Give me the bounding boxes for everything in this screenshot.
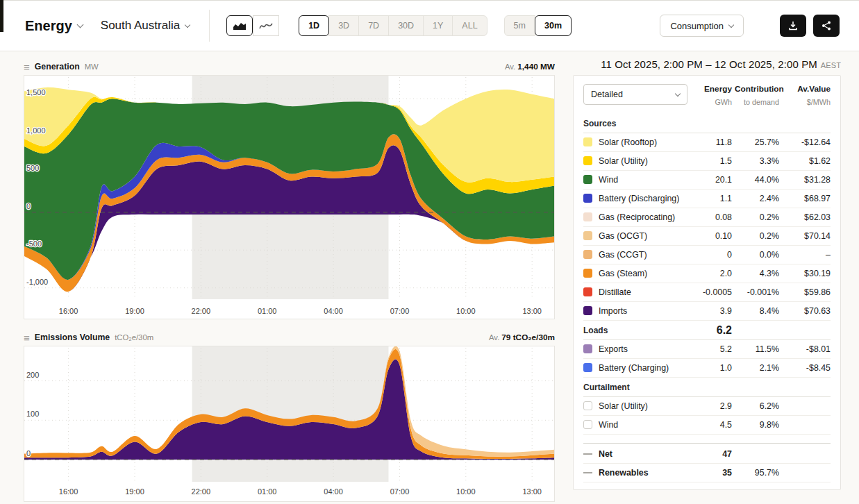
row-value: $70.14: [782, 231, 831, 241]
row-label: Net: [599, 449, 696, 459]
row-energy: -0.0005: [699, 287, 732, 297]
table-row[interactable]: Wind 4.5 9.8%: [583, 416, 831, 435]
detail-level-select[interactable]: Detailed: [583, 84, 687, 105]
range-button-30d[interactable]: 30D: [388, 15, 424, 36]
range-button-1d[interactable]: 1D: [299, 15, 329, 36]
table-row[interactable]: Wind 20.1 44.0% $31.28: [583, 171, 831, 190]
table-row[interactable]: Battery (Discharging) 1.1 2.4% $68.97: [583, 190, 831, 208]
emissions-section: ≡ Emissions Volume tCO₂e/30m Av.79 tCO₂e…: [24, 329, 555, 502]
divider: [209, 10, 210, 42]
chart-unit: MW: [85, 62, 99, 71]
chevron-down-icon: [76, 22, 83, 28]
row-contribution: 0.2%: [735, 212, 779, 222]
row-energy: 1.1: [699, 194, 732, 203]
legend-swatch[interactable]: [583, 269, 592, 278]
row-contribution: 4.3%: [735, 269, 779, 278]
table-row[interactable]: Imports 3.9 8.4% $70.63: [583, 302, 831, 321]
row-energy: 2.9: [699, 401, 732, 411]
generation-header: ≡ Generation MW Av.1,440 MW: [24, 58, 555, 75]
legend-swatch[interactable]: [583, 344, 592, 353]
row-contribution: 3.3%: [735, 156, 779, 166]
row-contribution: 0.2%: [735, 231, 779, 241]
drag-handle-icon[interactable]: ≡: [24, 333, 30, 343]
svg-text:1,000: 1,000: [26, 126, 46, 135]
legend-swatch[interactable]: [583, 212, 592, 221]
table-row[interactable]: Gas (CCGT) 0 0.0% –: [583, 246, 831, 264]
row-label: Battery (Charging): [599, 363, 696, 373]
svg-text:200: 200: [26, 371, 39, 379]
interval-button-30m[interactable]: 30m: [535, 15, 572, 36]
row-energy: 35: [699, 468, 732, 478]
chevron-down-icon: [728, 22, 734, 27]
row-value: $70.63: [782, 306, 831, 316]
legend-swatch[interactable]: [583, 156, 592, 165]
table-row[interactable]: Gas (Steam) 2.0 4.3% $30.19: [583, 264, 831, 283]
row-label: Exports: [599, 344, 696, 354]
legend-swatch[interactable]: [583, 420, 592, 429]
consumption-dropdown[interactable]: Consumption: [660, 15, 744, 37]
legend-swatch[interactable]: [583, 137, 592, 146]
chevron-down-icon: [185, 22, 190, 27]
summary-row[interactable]: Renewables 35 95.7%: [583, 464, 831, 482]
chevron-down-icon: [675, 90, 681, 96]
legend-swatch[interactable]: [583, 363, 592, 372]
svg-text:16:00: 16:00: [59, 307, 78, 315]
legend-swatch[interactable]: [583, 250, 592, 259]
legend-swatch[interactable]: [583, 401, 592, 410]
interval-button-5m[interactable]: 5m: [504, 15, 535, 36]
row-energy: 0.08: [699, 212, 732, 222]
legend-swatch[interactable]: [583, 194, 592, 203]
row-energy: 1.5: [699, 156, 732, 166]
drag-handle-icon[interactable]: ≡: [24, 62, 30, 72]
chart-average: Av.79 tCO₂e/30m: [489, 333, 555, 342]
range-button-1y[interactable]: 1Y: [423, 15, 453, 36]
table-row[interactable]: Distillate -0.0005 -0.001% $59.86: [583, 283, 831, 302]
top-toolbar: Energy South Australia 1D3D7D30D1YALL 5m…: [0, 0, 859, 51]
line-chart-toggle[interactable]: [253, 15, 279, 36]
table-row[interactable]: Solar (Utility) 2.9 6.2%: [583, 397, 831, 416]
table-row[interactable]: Solar (Utility) 1.5 3.3% $1.62: [583, 152, 831, 171]
emissions-chart-card: 200100016:0019:0022:0001:0004:0007:0010:…: [24, 346, 555, 502]
emissions-chart[interactable]: 200100016:0019:0022:0001:0004:0007:0010:…: [24, 346, 554, 501]
table-row[interactable]: Exports 5.2 11.5% -$8.01: [583, 340, 831, 359]
generation-chart[interactable]: 1,5001,0005000-500-1,00016:0019:0022:000…: [24, 76, 554, 319]
range-button-3d[interactable]: 3D: [328, 15, 359, 36]
table-row[interactable]: Battery (Charging) 1.0 2.1% -$8.45: [583, 359, 831, 378]
legend-swatch[interactable]: [583, 175, 592, 184]
download-button[interactable]: [780, 15, 806, 37]
row-value: -$8.01: [782, 344, 831, 354]
region-selector[interactable]: South Australia: [101, 19, 190, 33]
table-row[interactable]: Solar (Rooftop) 11.8 25.7% -$12.64: [583, 133, 831, 152]
svg-text:07:00: 07:00: [390, 487, 410, 496]
table-row[interactable]: Gas (Reciprocating) 0.08 0.2% $62.03: [583, 208, 831, 227]
charts-column: ≡ Generation MW Av.1,440 MW 1,5001,00050…: [24, 58, 555, 502]
table-row[interactable]: Gas (OCGT) 0.10 0.2% $70.14: [583, 227, 831, 246]
svg-text:10:00: 10:00: [456, 487, 476, 496]
chart-average: Av.1,440 MW: [505, 62, 555, 72]
svg-text:22:00: 22:00: [192, 487, 211, 496]
row-label: Renewables: [599, 468, 696, 478]
legend-swatch[interactable]: [583, 231, 592, 240]
range-button-all[interactable]: ALL: [452, 15, 487, 36]
row-energy: 0: [699, 250, 732, 260]
row-contribution: -0.001%: [735, 287, 779, 297]
legend-swatch[interactable]: [583, 287, 592, 296]
share-button[interactable]: [813, 15, 840, 37]
window-edge: [0, 0, 3, 32]
fuel-table: Sources Solar (Rooftop) 11.8 25.7% -$12.…: [583, 114, 831, 482]
summary-totals: Net 47 Renewables 35 95.7%: [583, 443, 831, 482]
range-button-7d[interactable]: 7D: [358, 15, 389, 36]
row-value: $31.28: [782, 175, 831, 185]
row-contribution: 9.8%: [735, 420, 779, 430]
summary-row[interactable]: Net 47: [583, 445, 831, 464]
svg-text:04:00: 04:00: [324, 307, 343, 315]
summary-panel: Detailed EnergyGWh Contributionto demand…: [573, 75, 841, 490]
date-range[interactable]: 11 Oct 2025, 2:00 PM – 12 Oct 2025, 2:00…: [573, 58, 841, 75]
legend-swatch[interactable]: [583, 306, 592, 315]
energy-menu[interactable]: Energy: [25, 18, 83, 34]
row-contribution: 2.1%: [735, 363, 779, 373]
row-value: $30.19: [782, 269, 831, 278]
area-chart-toggle[interactable]: [226, 15, 253, 36]
generation-chart-card: 1,5001,0005000-500-1,00016:0019:0022:000…: [24, 75, 555, 319]
timezone-label: AEST: [821, 61, 841, 69]
